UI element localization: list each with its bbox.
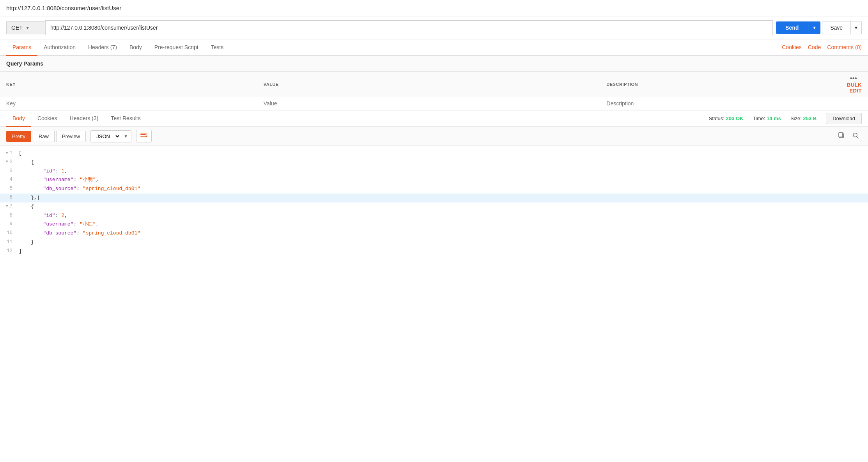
line-number-9: 9	[0, 220, 19, 228]
search-icon[interactable]	[849, 131, 862, 142]
tab-body[interactable]: Body	[123, 39, 148, 56]
save-button-group: Save ▼	[822, 21, 862, 34]
col-header-key: KEY	[0, 72, 257, 97]
key-cell	[0, 97, 257, 110]
desc-cell	[600, 97, 841, 110]
code-line-8: 8 "id": 2,	[0, 211, 868, 220]
request-tabs-row: Params Authorization Headers (7) Body Pr…	[0, 39, 868, 56]
col-header-actions: ••• Bulk Edit	[841, 72, 868, 97]
params-table-header-row: KEY VALUE DESCRIPTION ••• Bulk Edit	[0, 72, 868, 97]
response-tab-test-results[interactable]: Test Results	[105, 110, 147, 127]
save-button[interactable]: Save	[822, 21, 851, 34]
tab-tests[interactable]: Tests	[205, 39, 230, 56]
table-row	[0, 97, 868, 110]
size-label: Size: 253 B	[790, 116, 817, 121]
tab-headers[interactable]: Headers (7)	[82, 39, 123, 56]
format-select[interactable]: JSON XML HTML Text	[91, 131, 120, 142]
value-cell	[257, 97, 601, 110]
collapse-toggle-2[interactable]: ▼	[6, 159, 8, 165]
code-line-3: 3 "id": 1,	[0, 167, 868, 176]
collapse-toggle-1[interactable]: ▼	[6, 150, 8, 156]
more-options-icon[interactable]: •••	[850, 75, 857, 82]
code-line-7: ▼ 7 {	[0, 203, 868, 211]
url-bar: GET ▼ Send ▼ Save ▼	[0, 16, 868, 39]
line-number-6: 6	[0, 194, 19, 201]
collapse-toggle-7[interactable]: ▼	[6, 203, 8, 210]
page-title: http://127.0.0.1:8080/consumer/user/list…	[6, 5, 121, 11]
response-tab-body[interactable]: Body	[6, 110, 31, 127]
send-dropdown-button[interactable]: ▼	[808, 21, 820, 34]
send-button[interactable]: Send	[776, 21, 808, 34]
method-select[interactable]: GET ▼	[6, 21, 45, 34]
code-line-5: 5 "db_source": "spring_cloud_db01"	[0, 185, 868, 194]
desc-input[interactable]	[606, 100, 834, 107]
line-number-12: 12	[0, 247, 19, 255]
title-bar: http://127.0.0.1:8080/consumer/user/list…	[0, 0, 868, 16]
code-line-9: 9 "username": "小红",	[0, 220, 868, 229]
line-number-11: 11	[0, 238, 19, 246]
bulk-edit-button[interactable]: Bulk Edit	[847, 82, 862, 94]
code-link[interactable]: Code	[808, 44, 821, 50]
response-section: Body Cookies Headers (3) Test Results St…	[0, 110, 868, 462]
col-header-value: VALUE	[257, 72, 601, 97]
code-line-12: 12 ]	[0, 247, 868, 256]
svg-rect-0	[140, 133, 147, 133]
line-number-3: 3	[0, 167, 19, 175]
time-label: Time: 14 ms	[753, 116, 781, 121]
response-tab-cookies[interactable]: Cookies	[31, 110, 64, 127]
url-input[interactable]	[45, 20, 773, 35]
key-input[interactable]	[6, 100, 251, 107]
col-header-desc: DESCRIPTION	[600, 72, 841, 97]
send-button-group: Send ▼	[776, 21, 820, 34]
line-number-5: 5	[0, 185, 19, 192]
download-button[interactable]: Download	[826, 113, 862, 124]
format-dropdown-icon: ▼	[120, 131, 131, 141]
tab-authorization[interactable]: Authorization	[37, 39, 82, 56]
code-line-2: ▼ 2 {	[0, 158, 868, 167]
size-value: 253 B	[803, 116, 817, 121]
method-label: GET	[11, 25, 23, 31]
line-number-10: 10	[0, 229, 19, 237]
cookies-link[interactable]: Cookies	[782, 44, 802, 50]
tab-params[interactable]: Params	[6, 39, 37, 56]
value-input[interactable]	[264, 100, 594, 107]
status-label: Status: 200 OK	[709, 116, 744, 121]
line-number-7: ▼ 7	[0, 203, 19, 210]
query-params-section: Query Params KEY VALUE DESCRIPTION ••• B…	[0, 56, 868, 110]
code-toolbar: Pretty Raw Preview JSON XML HTML Text ▼	[0, 127, 868, 146]
code-line-10: 10 "db_source": "spring_cloud_db01"	[0, 229, 868, 238]
comments-link[interactable]: Comments (0)	[827, 44, 862, 50]
chevron-down-icon: ▼	[26, 26, 30, 30]
save-dropdown-button[interactable]: ▼	[851, 21, 862, 34]
tab-pre-request-script[interactable]: Pre-request Script	[148, 39, 205, 56]
line-number-4: 4	[0, 176, 19, 183]
line-number-1: ▼ 1	[0, 149, 19, 157]
code-line-11: 11 }	[0, 238, 868, 247]
page-wrapper: http://127.0.0.1:8080/consumer/user/list…	[0, 0, 868, 462]
pretty-button[interactable]: Pretty	[6, 131, 31, 142]
response-status-bar: Status: 200 OK Time: 14 ms Size: 253 B D…	[709, 113, 862, 124]
svg-rect-4	[839, 133, 843, 137]
wrap-button[interactable]	[136, 130, 152, 142]
actions-cell	[841, 97, 868, 110]
preview-button[interactable]: Preview	[56, 131, 86, 142]
svg-rect-1	[140, 134, 146, 135]
code-line-4: 4 "username": "小明",	[0, 176, 868, 185]
time-value: 14 ms	[767, 116, 781, 121]
response-tab-headers[interactable]: Headers (3)	[64, 110, 105, 127]
line-number-2: ▼ 2	[0, 158, 19, 166]
code-area: ▼ 1 [ ▼ 2 { 3 "id": 1, 4	[0, 146, 868, 259]
params-table: KEY VALUE DESCRIPTION ••• Bulk Edit	[0, 72, 868, 110]
format-select-wrapper: JSON XML HTML Text ▼	[90, 130, 131, 142]
svg-line-6	[857, 137, 858, 138]
status-value: 200 OK	[726, 116, 744, 121]
response-tabs-row: Body Cookies Headers (3) Test Results St…	[0, 110, 868, 127]
query-params-title: Query Params	[0, 56, 868, 72]
line-number-8: 8	[0, 212, 19, 219]
raw-button[interactable]: Raw	[33, 131, 55, 142]
code-line-1: ▼ 1 [	[0, 149, 868, 158]
code-line-6: 6 },|	[0, 194, 868, 203]
tabs-right-links: Cookies Code Comments (0)	[782, 44, 862, 50]
copy-icon[interactable]	[835, 131, 848, 142]
